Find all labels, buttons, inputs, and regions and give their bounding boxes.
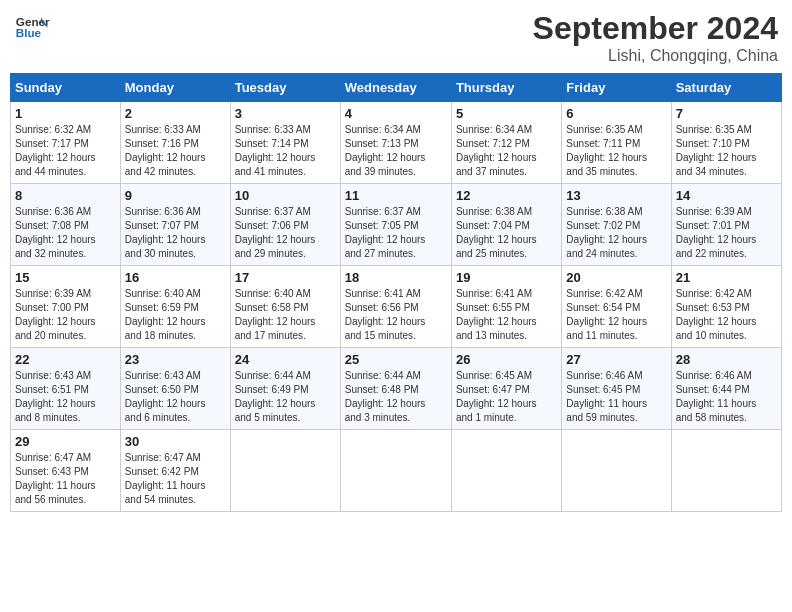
calendar-cell <box>340 430 451 512</box>
day-number: 7 <box>676 106 777 121</box>
day-info: Sunrise: 6:37 AM Sunset: 7:05 PM Dayligh… <box>345 205 447 261</box>
week-row-4: 22Sunrise: 6:43 AM Sunset: 6:51 PM Dayli… <box>11 348 782 430</box>
page-header: General Blue September 2024 Lishi, Chong… <box>10 10 782 65</box>
day-info: Sunrise: 6:43 AM Sunset: 6:50 PM Dayligh… <box>125 369 226 425</box>
weekday-header-friday: Friday <box>562 74 671 102</box>
day-info: Sunrise: 6:44 AM Sunset: 6:48 PM Dayligh… <box>345 369 447 425</box>
day-info: Sunrise: 6:38 AM Sunset: 7:04 PM Dayligh… <box>456 205 557 261</box>
weekday-header-thursday: Thursday <box>451 74 561 102</box>
day-number: 24 <box>235 352 336 367</box>
day-number: 15 <box>15 270 116 285</box>
day-number: 14 <box>676 188 777 203</box>
day-number: 29 <box>15 434 116 449</box>
day-number: 18 <box>345 270 447 285</box>
day-number: 23 <box>125 352 226 367</box>
calendar-cell: 1Sunrise: 6:32 AM Sunset: 7:17 PM Daylig… <box>11 102 121 184</box>
day-info: Sunrise: 6:40 AM Sunset: 6:59 PM Dayligh… <box>125 287 226 343</box>
day-number: 9 <box>125 188 226 203</box>
calendar-cell: 11Sunrise: 6:37 AM Sunset: 7:05 PM Dayli… <box>340 184 451 266</box>
calendar-cell: 6Sunrise: 6:35 AM Sunset: 7:11 PM Daylig… <box>562 102 671 184</box>
day-number: 27 <box>566 352 666 367</box>
day-info: Sunrise: 6:32 AM Sunset: 7:17 PM Dayligh… <box>15 123 116 179</box>
day-number: 16 <box>125 270 226 285</box>
week-row-1: 1Sunrise: 6:32 AM Sunset: 7:17 PM Daylig… <box>11 102 782 184</box>
day-number: 22 <box>15 352 116 367</box>
calendar-cell: 13Sunrise: 6:38 AM Sunset: 7:02 PM Dayli… <box>562 184 671 266</box>
day-number: 3 <box>235 106 336 121</box>
calendar-cell: 5Sunrise: 6:34 AM Sunset: 7:12 PM Daylig… <box>451 102 561 184</box>
calendar-cell: 22Sunrise: 6:43 AM Sunset: 6:51 PM Dayli… <box>11 348 121 430</box>
calendar-cell: 20Sunrise: 6:42 AM Sunset: 6:54 PM Dayli… <box>562 266 671 348</box>
calendar-cell: 10Sunrise: 6:37 AM Sunset: 7:06 PM Dayli… <box>230 184 340 266</box>
weekday-header-tuesday: Tuesday <box>230 74 340 102</box>
day-number: 28 <box>676 352 777 367</box>
day-info: Sunrise: 6:38 AM Sunset: 7:02 PM Dayligh… <box>566 205 666 261</box>
weekday-header-monday: Monday <box>120 74 230 102</box>
day-number: 11 <box>345 188 447 203</box>
calendar-cell: 8Sunrise: 6:36 AM Sunset: 7:08 PM Daylig… <box>11 184 121 266</box>
logo: General Blue <box>14 10 50 46</box>
day-info: Sunrise: 6:37 AM Sunset: 7:06 PM Dayligh… <box>235 205 336 261</box>
weekday-header-saturday: Saturday <box>671 74 781 102</box>
week-row-5: 29Sunrise: 6:47 AM Sunset: 6:43 PM Dayli… <box>11 430 782 512</box>
calendar-cell: 19Sunrise: 6:41 AM Sunset: 6:55 PM Dayli… <box>451 266 561 348</box>
calendar-cell: 21Sunrise: 6:42 AM Sunset: 6:53 PM Dayli… <box>671 266 781 348</box>
calendar-cell: 12Sunrise: 6:38 AM Sunset: 7:04 PM Dayli… <box>451 184 561 266</box>
weekday-header-row: SundayMondayTuesdayWednesdayThursdayFrid… <box>11 74 782 102</box>
day-number: 25 <box>345 352 447 367</box>
day-info: Sunrise: 6:33 AM Sunset: 7:16 PM Dayligh… <box>125 123 226 179</box>
day-info: Sunrise: 6:41 AM Sunset: 6:55 PM Dayligh… <box>456 287 557 343</box>
calendar-cell: 4Sunrise: 6:34 AM Sunset: 7:13 PM Daylig… <box>340 102 451 184</box>
day-info: Sunrise: 6:46 AM Sunset: 6:44 PM Dayligh… <box>676 369 777 425</box>
day-info: Sunrise: 6:39 AM Sunset: 7:01 PM Dayligh… <box>676 205 777 261</box>
day-info: Sunrise: 6:41 AM Sunset: 6:56 PM Dayligh… <box>345 287 447 343</box>
day-info: Sunrise: 6:35 AM Sunset: 7:10 PM Dayligh… <box>676 123 777 179</box>
day-info: Sunrise: 6:34 AM Sunset: 7:12 PM Dayligh… <box>456 123 557 179</box>
day-info: Sunrise: 6:40 AM Sunset: 6:58 PM Dayligh… <box>235 287 336 343</box>
day-info: Sunrise: 6:45 AM Sunset: 6:47 PM Dayligh… <box>456 369 557 425</box>
day-info: Sunrise: 6:44 AM Sunset: 6:49 PM Dayligh… <box>235 369 336 425</box>
day-number: 10 <box>235 188 336 203</box>
day-info: Sunrise: 6:35 AM Sunset: 7:11 PM Dayligh… <box>566 123 666 179</box>
day-number: 5 <box>456 106 557 121</box>
title-block: September 2024 Lishi, Chongqing, China <box>533 10 778 65</box>
calendar-cell: 18Sunrise: 6:41 AM Sunset: 6:56 PM Dayli… <box>340 266 451 348</box>
day-number: 2 <box>125 106 226 121</box>
day-number: 19 <box>456 270 557 285</box>
calendar-table: SundayMondayTuesdayWednesdayThursdayFrid… <box>10 73 782 512</box>
day-number: 26 <box>456 352 557 367</box>
calendar-cell: 7Sunrise: 6:35 AM Sunset: 7:10 PM Daylig… <box>671 102 781 184</box>
weekday-header-sunday: Sunday <box>11 74 121 102</box>
day-info: Sunrise: 6:34 AM Sunset: 7:13 PM Dayligh… <box>345 123 447 179</box>
calendar-cell: 14Sunrise: 6:39 AM Sunset: 7:01 PM Dayli… <box>671 184 781 266</box>
calendar-cell: 9Sunrise: 6:36 AM Sunset: 7:07 PM Daylig… <box>120 184 230 266</box>
day-number: 20 <box>566 270 666 285</box>
calendar-cell: 27Sunrise: 6:46 AM Sunset: 6:45 PM Dayli… <box>562 348 671 430</box>
calendar-cell: 24Sunrise: 6:44 AM Sunset: 6:49 PM Dayli… <box>230 348 340 430</box>
week-row-3: 15Sunrise: 6:39 AM Sunset: 7:00 PM Dayli… <box>11 266 782 348</box>
calendar-cell: 15Sunrise: 6:39 AM Sunset: 7:00 PM Dayli… <box>11 266 121 348</box>
day-info: Sunrise: 6:43 AM Sunset: 6:51 PM Dayligh… <box>15 369 116 425</box>
weekday-header-wednesday: Wednesday <box>340 74 451 102</box>
calendar-cell <box>451 430 561 512</box>
day-number: 4 <box>345 106 447 121</box>
day-info: Sunrise: 6:47 AM Sunset: 6:42 PM Dayligh… <box>125 451 226 507</box>
day-info: Sunrise: 6:47 AM Sunset: 6:43 PM Dayligh… <box>15 451 116 507</box>
day-info: Sunrise: 6:33 AM Sunset: 7:14 PM Dayligh… <box>235 123 336 179</box>
day-info: Sunrise: 6:42 AM Sunset: 6:53 PM Dayligh… <box>676 287 777 343</box>
day-number: 30 <box>125 434 226 449</box>
calendar-cell: 17Sunrise: 6:40 AM Sunset: 6:58 PM Dayli… <box>230 266 340 348</box>
calendar-cell: 3Sunrise: 6:33 AM Sunset: 7:14 PM Daylig… <box>230 102 340 184</box>
calendar-cell: 30Sunrise: 6:47 AM Sunset: 6:42 PM Dayli… <box>120 430 230 512</box>
calendar-cell <box>230 430 340 512</box>
calendar-cell: 26Sunrise: 6:45 AM Sunset: 6:47 PM Dayli… <box>451 348 561 430</box>
calendar-cell: 23Sunrise: 6:43 AM Sunset: 6:50 PM Dayli… <box>120 348 230 430</box>
calendar-cell <box>671 430 781 512</box>
day-info: Sunrise: 6:39 AM Sunset: 7:00 PM Dayligh… <box>15 287 116 343</box>
calendar-cell: 25Sunrise: 6:44 AM Sunset: 6:48 PM Dayli… <box>340 348 451 430</box>
day-number: 6 <box>566 106 666 121</box>
week-row-2: 8Sunrise: 6:36 AM Sunset: 7:08 PM Daylig… <box>11 184 782 266</box>
logo-icon: General Blue <box>14 10 50 46</box>
day-info: Sunrise: 6:36 AM Sunset: 7:07 PM Dayligh… <box>125 205 226 261</box>
day-number: 17 <box>235 270 336 285</box>
